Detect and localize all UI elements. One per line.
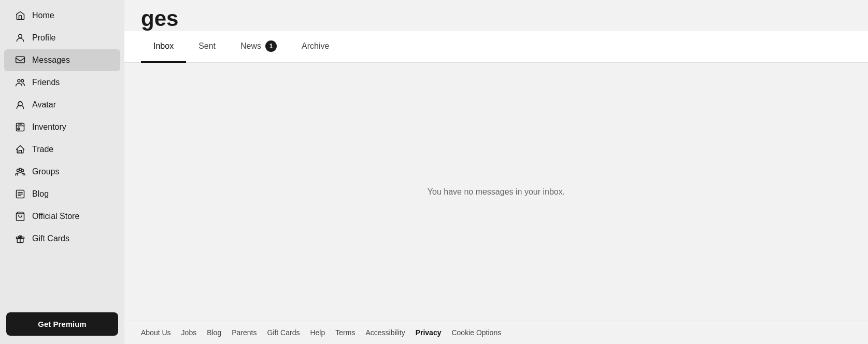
empty-inbox-message: You have no messages in your inbox. (428, 187, 565, 197)
sidebar-item-inventory[interactable]: Inventory (4, 116, 120, 138)
blog-icon (15, 188, 26, 200)
avatar-icon (15, 99, 26, 111)
sidebar-item-label: Friends (32, 78, 60, 87)
person-icon (15, 32, 26, 44)
sidebar-item-label: Official Store (32, 212, 79, 221)
footer-link-terms[interactable]: Terms (335, 328, 355, 337)
tab-sent[interactable]: Sent (186, 31, 228, 63)
friends-icon (15, 77, 26, 88)
sidebar-item-label: Avatar (32, 100, 56, 109)
sidebar-item-label: Trade (32, 145, 53, 154)
svg-point-12 (19, 168, 22, 171)
groups-icon (15, 166, 26, 177)
sidebar-item-messages[interactable]: Messages (4, 49, 120, 71)
footer-link-help[interactable]: Help (310, 328, 325, 337)
footer-link-blog[interactable]: Blog (207, 328, 221, 337)
sidebar-item-gift-cards[interactable]: Gift Cards (4, 228, 120, 250)
trade-icon (15, 144, 26, 155)
tab-sent-label: Sent (198, 42, 216, 51)
gift-icon (15, 233, 26, 244)
svg-point-0 (19, 34, 22, 38)
sidebar-item-label: Inventory (32, 122, 66, 132)
store-icon (15, 211, 26, 222)
svg-point-3 (21, 79, 24, 82)
sidebar-item-trade[interactable]: Trade (4, 139, 120, 160)
sidebar-item-label: Blog (32, 189, 49, 199)
sidebar-item-friends[interactable]: Friends (4, 72, 120, 93)
sidebar-item-label: Profile (32, 33, 55, 43)
sidebar-item-official-store[interactable]: Official Store (4, 205, 120, 227)
message-icon (15, 54, 26, 66)
sidebar-item-label: Gift Cards (32, 234, 69, 243)
footer-link-accessibility[interactable]: Accessibility (365, 328, 405, 337)
tab-inbox[interactable]: Inbox (141, 31, 186, 63)
svg-point-2 (18, 79, 20, 82)
sidebar-item-home[interactable]: Home (4, 5, 120, 26)
get-premium-button[interactable]: Get Premium (6, 312, 118, 336)
sidebar-item-label: Messages (32, 56, 70, 65)
main-content: ges Inbox Sent News 1 Archive You have n… (124, 0, 868, 344)
tab-news[interactable]: News 1 (228, 31, 289, 63)
footer: About Us Jobs Blog Parents Gift Cards He… (124, 321, 868, 344)
sidebar-item-label: Home (32, 11, 54, 20)
sidebar-item-blog[interactable]: Blog (4, 183, 120, 205)
footer-link-about[interactable]: About Us (141, 328, 171, 337)
tab-inbox-label: Inbox (153, 42, 174, 51)
inventory-icon (15, 121, 26, 133)
footer-link-privacy[interactable]: Privacy (416, 328, 442, 337)
footer-link-jobs[interactable]: Jobs (181, 328, 197, 337)
page-title: ges (124, 0, 868, 31)
svg-rect-6 (18, 128, 19, 130)
sidebar: Home Profile Messages Friends (0, 0, 124, 344)
footer-link-gift-cards[interactable]: Gift Cards (267, 328, 300, 337)
svg-rect-1 (16, 57, 25, 63)
footer-link-cookie-options[interactable]: Cookie Options (451, 328, 501, 337)
tab-archive-label: Archive (302, 42, 329, 51)
home-icon (15, 10, 26, 21)
sidebar-item-groups[interactable]: Groups (4, 161, 120, 183)
sidebar-item-avatar[interactable]: Avatar (4, 94, 120, 116)
news-badge: 1 (265, 40, 277, 52)
tabs-bar: Inbox Sent News 1 Archive (124, 31, 868, 63)
footer-link-parents[interactable]: Parents (232, 328, 257, 337)
sidebar-item-label: Groups (32, 167, 59, 176)
sidebar-item-profile[interactable]: Profile (4, 27, 120, 49)
tab-news-label: News (240, 42, 261, 51)
sidebar-nav: Home Profile Messages Friends (0, 0, 124, 306)
content-area: You have no messages in your inbox. (124, 63, 868, 321)
tab-archive[interactable]: Archive (289, 31, 341, 63)
